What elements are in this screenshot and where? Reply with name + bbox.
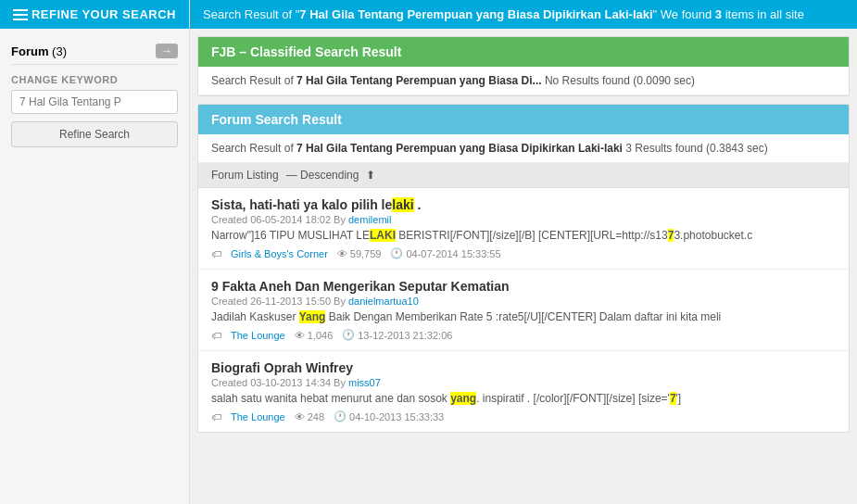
thread-excerpt: salah satu wanita hebat menurut ane dan … xyxy=(211,392,836,405)
top-bar: Search Result of "7 Hal Gila Tentang Per… xyxy=(190,0,857,29)
thread-views: 59,759 xyxy=(337,248,382,259)
sidebar-title: REFINE YOUR SEARCH xyxy=(32,7,176,21)
highlight: LAKI xyxy=(370,229,396,242)
thread-excerpt: Jadilah Kaskuser Yang Baik Dengan Member… xyxy=(211,310,836,323)
thread-author[interactable]: danielmartua10 xyxy=(348,296,419,307)
thread-item: 9 Fakta Aneh Dan Mengerikan Seputar Kema… xyxy=(198,270,849,351)
highlight: laki xyxy=(392,197,413,212)
change-keyword-label: CHANGE KEYWORD xyxy=(11,74,178,85)
thread-title: Sista, hati-hati ya kalo pilih lelaki . xyxy=(211,197,836,212)
thread-item: Biografi Oprah Winfrey Created 03-10-201… xyxy=(198,351,849,432)
sidebar-body: Forum (3) → CHANGE KEYWORD Refine Search xyxy=(0,29,189,157)
search-result-info: Search Result of "7 Hal Gila Tentang Per… xyxy=(203,7,804,21)
found-count: 3 xyxy=(715,7,722,21)
thread-views: 248 xyxy=(295,411,324,422)
highlight: yang xyxy=(450,392,476,405)
fjb-section-subheader: Search Result of 7 Hal Gila Tentang Pere… xyxy=(198,67,849,95)
sidebar: REFINE YOUR SEARCH Forum (3) → CHANGE KE… xyxy=(0,0,190,504)
keyword-input[interactable] xyxy=(11,90,178,114)
sort-icon[interactable]: ⬆ xyxy=(366,169,375,182)
thread-title: 9 Fakta Aneh Dan Mengerikan Seputar Kema… xyxy=(211,279,836,294)
eye-icon xyxy=(295,411,305,422)
thread-tags: The Lounge 248 04-10-2013 15:33:33 xyxy=(211,410,836,422)
forum-arrow-button[interactable]: → xyxy=(156,44,178,58)
forum-section-subheader: Search Result of 7 Hal Gila Tentang Pere… xyxy=(198,134,849,163)
thread-views: 1,046 xyxy=(295,330,334,341)
thread-meta: Created 26-11-2013 15:50 By danielmartua… xyxy=(211,296,836,307)
thread-tags: The Lounge 1,046 13-12-2013 21:32:06 xyxy=(211,329,836,341)
thread-date: 04-10-2013 15:33:33 xyxy=(334,410,444,422)
thread-tag[interactable]: The Lounge xyxy=(231,411,285,422)
fjb-section: FJB – Classified Search Result Search Re… xyxy=(197,36,850,96)
forum-section-header: Forum Search Result xyxy=(198,105,849,134)
forum-label: Forum (3) xyxy=(11,44,67,58)
thread-date: 13-12-2013 21:32:06 xyxy=(342,329,452,341)
eye-icon xyxy=(337,248,347,259)
eye-icon xyxy=(295,330,305,341)
tag-icon xyxy=(211,411,221,422)
forum-listing-bar: Forum Listing — Descending ⬆ xyxy=(198,163,849,188)
thread-meta: Created 06-05-2014 18:02 By demilemil xyxy=(211,214,836,225)
thread-author[interactable]: miss07 xyxy=(348,377,381,388)
sidebar-header: REFINE YOUR SEARCH xyxy=(0,0,189,29)
clock-icon xyxy=(390,247,403,259)
clock-icon xyxy=(342,329,355,341)
forum-section: Forum Search Result Search Result of 7 H… xyxy=(197,104,850,433)
thread-tag[interactable]: The Lounge xyxy=(231,330,285,341)
clock-icon xyxy=(334,410,347,422)
thread-item: Sista, hati-hati ya kalo pilih lelaki . … xyxy=(198,188,849,270)
refine-search-button[interactable]: Refine Search xyxy=(11,121,178,147)
listing-label: Forum Listing xyxy=(211,169,279,182)
thread-excerpt: Narrow"]16 TIPU MUSLIHAT LELAKI BERISTRI… xyxy=(211,229,836,242)
highlight: 7 xyxy=(670,392,676,405)
highlight: Yang xyxy=(299,310,326,323)
thread-tags: Girls & Boys's Corner 59,759 04-07-2014 … xyxy=(211,247,836,259)
listing-sort: — Descending xyxy=(286,169,359,182)
fjb-section-header: FJB – Classified Search Result xyxy=(198,37,849,67)
tag-icon xyxy=(211,330,221,341)
tag-icon xyxy=(211,248,221,259)
forum-count-row: Forum (3) → xyxy=(11,38,178,65)
search-query: 7 Hal Gila Tentang Perempuan yang Biasa … xyxy=(299,7,652,21)
thread-title: Biografi Oprah Winfrey xyxy=(211,360,836,375)
thread-date: 04-07-2014 15:33:55 xyxy=(390,247,500,259)
hamburger-icon[interactable] xyxy=(13,9,28,20)
thread-author[interactable]: demilemil xyxy=(348,214,391,225)
thread-tag[interactable]: Girls & Boys's Corner xyxy=(231,248,328,259)
main-content: Search Result of "7 Hal Gila Tentang Per… xyxy=(190,0,857,504)
thread-meta: Created 03-10-2013 14:34 By miss07 xyxy=(211,377,836,388)
